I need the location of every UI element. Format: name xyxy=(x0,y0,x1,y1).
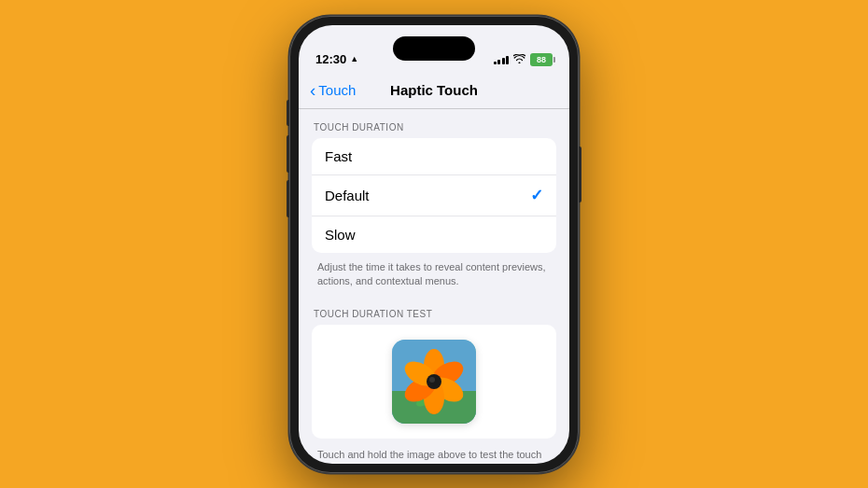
time-display: 12:30 xyxy=(315,52,346,66)
page-content: TOUCH DURATION Fast Default ✓ Slow Adjus… xyxy=(299,109,569,464)
volume-down-button xyxy=(287,180,289,217)
section-header-touch-test: TOUCH DURATION TEST xyxy=(299,292,569,325)
phone-frame: 12:30 ▲ xyxy=(289,16,579,473)
mute-button xyxy=(287,100,289,126)
location-icon: ▲ xyxy=(350,54,358,63)
navigation-bar: ‹ Touch Haptic Touch xyxy=(299,72,569,109)
default-label: Default xyxy=(325,188,370,203)
test-flower-image[interactable] xyxy=(392,340,476,424)
power-button xyxy=(579,146,581,202)
signal-icon xyxy=(494,54,510,64)
phone-screen: 12:30 ▲ xyxy=(299,25,569,464)
svg-point-11 xyxy=(429,377,435,383)
list-item-slow[interactable]: Slow xyxy=(312,216,556,253)
touch-duration-description: Adjust the time it takes to reveal conte… xyxy=(299,253,569,293)
slow-label: Slow xyxy=(325,227,356,243)
wifi-icon xyxy=(513,54,525,65)
selected-checkmark-icon: ✓ xyxy=(530,186,543,205)
fast-label: Fast xyxy=(325,148,352,164)
back-button[interactable]: ‹ Touch xyxy=(310,81,356,99)
list-item-fast[interactable]: Fast xyxy=(312,138,556,175)
volume-up-button xyxy=(287,135,289,173)
test-description: Touch and hold the image above to test t… xyxy=(299,439,569,463)
status-right-icons: 88 xyxy=(494,53,553,66)
page-title: Haptic Touch xyxy=(390,82,478,98)
dynamic-island xyxy=(393,36,475,61)
battery-icon: 88 xyxy=(530,53,553,66)
back-label[interactable]: Touch xyxy=(318,82,356,98)
back-chevron-icon: ‹ xyxy=(310,81,315,99)
list-item-default[interactable]: Default ✓ xyxy=(312,175,556,216)
touch-duration-list: Fast Default ✓ Slow xyxy=(312,138,556,253)
touch-test-card xyxy=(312,325,556,439)
section-header-touch-duration: TOUCH DURATION xyxy=(299,109,569,138)
status-time: 12:30 ▲ xyxy=(315,52,358,66)
